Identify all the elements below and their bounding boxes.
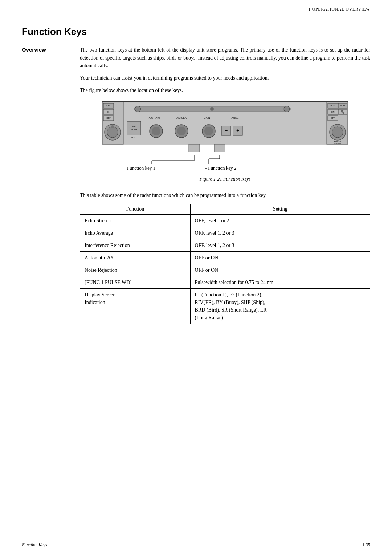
- svg-text:EBL: EBL: [106, 105, 111, 107]
- footer-label: Function Keys: [22, 542, 47, 548]
- function-key2-label: └Function key 2: [203, 165, 236, 171]
- setting-automatic-ac: OFF or ON: [190, 252, 370, 264]
- radar-panel-container: EBL ON OFF: [102, 101, 348, 173]
- svg-text:A/C: A/C: [132, 125, 136, 127]
- table-row: [FUNC 1 PULSE WD] Pulsewidth selection f…: [80, 276, 370, 289]
- setting-display-screen: F1 (Function 1), F2 (Function 2),RIV(ER)…: [190, 289, 370, 324]
- table-header-setting: Setting: [190, 204, 370, 215]
- svg-text:— RANGE —: — RANGE —: [226, 117, 242, 119]
- main-content: Function Keys Overview The two function …: [0, 15, 392, 344]
- table-row: Interference Rejection OFF, level 1, 2 o…: [80, 239, 370, 252]
- page-title: Function Keys: [22, 26, 370, 37]
- svg-point-27: [177, 127, 186, 135]
- svg-text:A/C SEA: A/C SEA: [176, 117, 187, 119]
- setting-echo-average: OFF, level 1, 2 or 3: [190, 227, 370, 239]
- table-intro: This table shows some of the radar funct…: [80, 191, 370, 199]
- func-interference: Interference Rejection: [80, 239, 191, 252]
- svg-point-14: [284, 106, 290, 112]
- svg-text:OFF: OFF: [331, 117, 335, 119]
- table-row: Automatic A/C OFF or ON: [80, 252, 370, 264]
- table-header-function: Function: [80, 204, 191, 215]
- overview-section: Overview The two function keys at the bo…: [22, 46, 370, 324]
- svg-text:BRILL: BRILL: [131, 137, 137, 139]
- overview-para-3: The figure below shows the location of t…: [80, 86, 370, 94]
- svg-text:ON: ON: [107, 111, 110, 113]
- svg-text:GAIN: GAIN: [204, 117, 210, 119]
- svg-rect-51: [214, 144, 225, 152]
- svg-text:OFF: OFF: [106, 117, 111, 119]
- func-noise-rejection: Noise Rejection: [80, 264, 191, 276]
- setting-interference: OFF, level 1, 2 or 3: [190, 239, 370, 252]
- footer-page: 1-35: [362, 542, 370, 548]
- svg-text:VRM: VRM: [330, 105, 335, 107]
- svg-text:ON OFF: ON OFF: [334, 142, 341, 145]
- svg-point-10: [111, 125, 114, 128]
- svg-text:A/C RAIN: A/C RAIN: [149, 117, 160, 119]
- func-display-screen: Display ScreenIndication: [80, 289, 191, 324]
- svg-text:ACO: ACO: [340, 105, 345, 107]
- svg-text:AUTO: AUTO: [131, 129, 137, 131]
- svg-text:ON: ON: [331, 111, 335, 113]
- svg-text:TX: TX: [342, 112, 344, 114]
- setting-noise-rejection: OFF or ON: [190, 264, 370, 276]
- overview-para-1: The two function keys at the bottom left…: [80, 46, 370, 70]
- func-func1-pulse: [FUNC 1 PULSE WD]: [80, 276, 191, 289]
- func-echo-average: Echo Average: [80, 227, 191, 239]
- function-key1-label: Function key 1: [127, 165, 155, 171]
- table-row: Echo Stretch OFF, level 1 or 2: [80, 215, 370, 227]
- setting-echo-stretch: OFF, level 1 or 2: [190, 215, 370, 227]
- table-row: Echo Average OFF, level 1, 2 or 3: [80, 227, 370, 239]
- header-text: 1 OPERATIONAL OVERVIEW: [309, 7, 370, 12]
- page-header: 1 OPERATIONAL OVERVIEW: [0, 0, 392, 15]
- figure-caption: Figure 1-21 Function Keys: [200, 176, 251, 182]
- svg-point-29: [204, 127, 213, 135]
- svg-rect-50: [189, 144, 200, 152]
- page-container: 1 OPERATIONAL OVERVIEW Function Keys Ove…: [0, 0, 392, 555]
- svg-point-47: [332, 127, 343, 138]
- func-echo-stretch: Echo Stretch: [80, 215, 191, 227]
- svg-text:−: −: [225, 127, 228, 133]
- func-automatic-ac: Automatic A/C: [80, 252, 191, 264]
- svg-rect-20: [127, 121, 141, 135]
- overview-label: Overview: [22, 46, 80, 324]
- function-table: Function Setting Echo Stretch OFF, level…: [80, 204, 370, 324]
- radar-panel-svg: EBL ON OFF: [102, 101, 348, 152]
- svg-point-13: [135, 106, 141, 112]
- figure-area: EBL ON OFF: [80, 101, 370, 188]
- overview-para-2: Your technician can assist you in determ…: [80, 74, 370, 82]
- setting-func1-pulse: Pulsewidth selection for 0.75 to 24 nm: [190, 276, 370, 289]
- table-row: Noise Rejection OFF or ON: [80, 264, 370, 276]
- overview-body: The two function keys at the bottom left…: [80, 46, 370, 324]
- svg-text:+: +: [236, 127, 239, 133]
- svg-point-25: [152, 127, 160, 135]
- table-row: Display ScreenIndication F1 (Function 1)…: [80, 289, 370, 324]
- page-footer: Function Keys 1-35: [0, 539, 392, 548]
- svg-point-9: [107, 127, 118, 138]
- svg-point-15: [210, 107, 214, 111]
